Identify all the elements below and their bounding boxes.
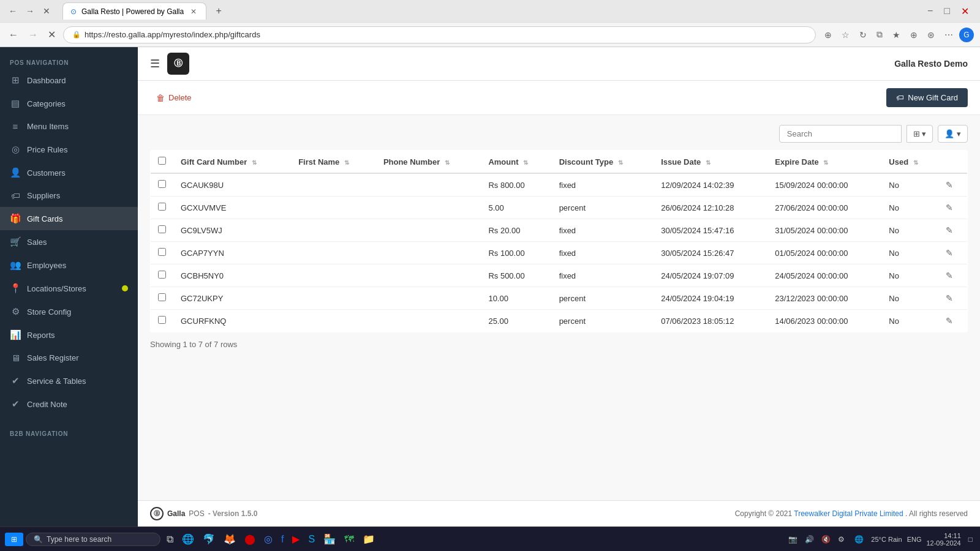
row-checkbox-5[interactable] xyxy=(158,293,166,301)
explorer-icon[interactable]: 🐬 xyxy=(199,531,219,547)
edit-icon-0[interactable]: ✎ xyxy=(946,180,953,190)
hamburger-button[interactable]: ☰ xyxy=(150,57,160,70)
refresh-icon-button[interactable]: ↻ xyxy=(856,28,870,42)
forward-nav-button[interactable]: → xyxy=(26,27,40,43)
edge-button[interactable]: 🌐 xyxy=(178,531,198,547)
row-checkbox-1[interactable] xyxy=(158,203,166,211)
facebook-button[interactable]: f xyxy=(277,531,287,547)
select-all-checkbox[interactable] xyxy=(158,157,166,165)
sidebar-item-price-rules[interactable]: ◎ Price Rules xyxy=(0,138,138,161)
browser-tab[interactable]: ⊙ Galla Resto | Powered by Galla ✕ xyxy=(62,2,206,20)
minimize-button[interactable]: − xyxy=(922,4,938,18)
sidebar-item-customers[interactable]: 👤 Customers xyxy=(0,161,138,184)
split-button[interactable]: ⧉ xyxy=(873,27,886,42)
firefox-button[interactable]: 🦊 xyxy=(220,531,239,547)
sidebar-item-locations[interactable]: 📍 Locations/Stores xyxy=(0,277,138,300)
row-checkbox-4[interactable] xyxy=(158,271,166,279)
camera-button[interactable]: 📷 xyxy=(786,534,800,545)
files-button[interactable]: 📁 xyxy=(359,531,379,547)
footer-company-link[interactable]: Treewalker Digital Private Limited xyxy=(794,509,903,518)
copilot-button[interactable]: ⊛ xyxy=(924,28,938,42)
sidebar-item-reports[interactable]: 📊 Reports xyxy=(0,323,138,347)
grid-view-button[interactable]: ⊞ ▾ xyxy=(907,125,933,143)
col-expire-date[interactable]: Expire Date ⇅ xyxy=(767,151,881,174)
row-checkbox-cell-6[interactable] xyxy=(151,310,174,332)
row-checkbox-0[interactable] xyxy=(158,180,166,188)
store-button[interactable]: 🏪 xyxy=(320,531,339,547)
col-gift-card-number[interactable]: Gift Card Number ⇅ xyxy=(173,151,291,174)
edit-icon-4[interactable]: ✎ xyxy=(946,271,953,280)
start-button[interactable]: ⊞ xyxy=(5,533,23,546)
edit-icon-5[interactable]: ✎ xyxy=(946,293,953,303)
row-checkbox-3[interactable] xyxy=(158,248,166,256)
cell-edit-2[interactable]: ✎ xyxy=(938,219,967,242)
cell-edit-1[interactable]: ✎ xyxy=(938,197,967,219)
row-checkbox-cell-2[interactable] xyxy=(151,219,174,242)
mute-button[interactable]: 🔇 xyxy=(819,534,833,545)
edit-icon-6[interactable]: ✎ xyxy=(946,316,953,326)
sidebar-item-gift-cards[interactable]: 🎁 Gift Cards xyxy=(0,207,138,230)
cell-edit-6[interactable]: ✎ xyxy=(938,310,967,332)
close-button[interactable]: ✕ xyxy=(956,4,974,18)
sidebar-item-service-tables[interactable]: ✔ Service & Tables xyxy=(0,369,138,392)
sidebar-item-menu-items[interactable]: ≡ Menu Items xyxy=(0,115,138,138)
search-input[interactable] xyxy=(779,125,902,143)
profile-icon[interactable]: G xyxy=(959,28,974,42)
maps-button[interactable]: 🗺 xyxy=(341,531,358,547)
row-checkbox-cell-5[interactable] xyxy=(151,287,174,310)
sidebar-item-categories[interactable]: ▤ Categories xyxy=(0,92,138,115)
stop-icon[interactable]: ⬤ xyxy=(241,531,259,547)
edit-icon-1[interactable]: ✎ xyxy=(946,203,953,212)
more-button[interactable]: ⋯ xyxy=(941,28,957,42)
row-checkbox-6[interactable] xyxy=(158,316,166,324)
back-nav-button[interactable]: ← xyxy=(6,27,21,43)
extensions-button[interactable]: ⊕ xyxy=(821,28,835,42)
new-gift-card-button[interactable]: 🏷 New Gift Card xyxy=(886,88,968,107)
skype-button[interactable]: S xyxy=(304,531,318,547)
stop-button[interactable]: ✕ xyxy=(45,26,58,43)
row-checkbox-cell-1[interactable] xyxy=(151,197,174,219)
edit-icon-2[interactable]: ✎ xyxy=(946,225,953,235)
select-all-header[interactable] xyxy=(151,151,174,174)
sidebar-item-employees[interactable]: 👥 Employees xyxy=(0,253,138,277)
settings-button[interactable]: ⚙ xyxy=(835,534,847,545)
col-first-name[interactable]: First Name ⇅ xyxy=(291,151,376,174)
show-desktop-button[interactable]: □ xyxy=(966,534,975,545)
youtube-button[interactable]: ▶ xyxy=(288,531,303,547)
address-bar[interactable]: 🔒 https://resto.galla.app/myresto/index.… xyxy=(63,26,816,43)
col-used[interactable]: Used ⇅ xyxy=(881,151,938,174)
delete-button[interactable]: 🗑 Delete xyxy=(150,89,198,107)
row-checkbox-cell-0[interactable] xyxy=(151,173,174,197)
sidebar-item-dashboard[interactable]: ⊞ Dashboard xyxy=(0,69,138,92)
sidebar-item-credit-note[interactable]: ✔ Credit Note xyxy=(0,392,138,416)
back-button[interactable]: ← xyxy=(6,4,20,18)
tab-close-button[interactable]: ✕ xyxy=(189,7,198,17)
sidebar-item-sales[interactable]: 🛒 Sales xyxy=(0,230,138,253)
audio-button[interactable]: 🔊 xyxy=(802,534,816,545)
filter-button[interactable]: 👤 ▾ xyxy=(938,125,968,143)
chrome-button[interactable]: ◎ xyxy=(260,531,276,547)
sidebar-item-suppliers[interactable]: 🏷 Suppliers xyxy=(0,184,138,207)
forward-button[interactable]: → xyxy=(23,4,37,18)
col-amount[interactable]: Amount ⇅ xyxy=(481,151,551,174)
sidebar-item-sales-register[interactable]: 🖥 Sales Register xyxy=(0,347,138,369)
col-issue-date[interactable]: Issue Date ⇅ xyxy=(654,151,767,174)
cell-edit-0[interactable]: ✎ xyxy=(938,173,967,197)
favorites-button[interactable]: ★ xyxy=(889,28,904,42)
maximize-button[interactable]: □ xyxy=(939,4,955,18)
network-button[interactable]: 🌐 xyxy=(852,534,866,545)
col-discount-type[interactable]: Discount Type ⇅ xyxy=(552,151,654,174)
cell-edit-4[interactable]: ✎ xyxy=(938,264,967,287)
task-view-button[interactable]: ⧉ xyxy=(163,531,177,547)
refresh-button[interactable]: ✕ xyxy=(40,4,53,18)
row-checkbox-cell-3[interactable] xyxy=(151,242,174,264)
new-tab-button[interactable]: + xyxy=(211,4,226,18)
collections-button[interactable]: ⊕ xyxy=(907,28,921,42)
cell-edit-3[interactable]: ✎ xyxy=(938,242,967,264)
taskbar-search-box[interactable]: 🔍 Type here to search xyxy=(26,533,160,546)
cell-edit-5[interactable]: ✎ xyxy=(938,287,967,310)
sidebar-item-store-config[interactable]: ⚙ Store Config xyxy=(0,300,138,323)
col-phone-number[interactable]: Phone Number ⇅ xyxy=(376,151,481,174)
edit-icon-3[interactable]: ✎ xyxy=(946,248,953,258)
row-checkbox-2[interactable] xyxy=(158,225,166,233)
